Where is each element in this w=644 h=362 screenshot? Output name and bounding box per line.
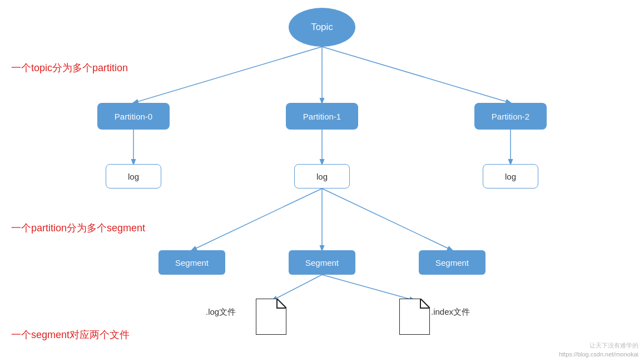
segment-0-node: Segment [158,250,225,275]
segment-2-node: Segment [419,250,486,275]
log-0-node: log [106,164,161,189]
svg-line-2 [322,47,511,103]
annotation-3: 一个segment对应两个文件 [11,328,130,341]
svg-line-8 [322,189,452,250]
log-2-node: log [483,164,538,189]
index-file-icon [399,299,430,335]
log-file-icon [256,299,286,335]
partition-2-label: Partition-2 [492,112,529,121]
segment-1-node: Segment [289,250,355,275]
annotation-1: 一个topic分为多个partition [11,61,128,75]
log-file-label: .log文件 [206,307,236,318]
diagram-container: Topic Partition-0 Partition-1 Partition-… [0,0,644,362]
svg-line-0 [133,47,322,103]
watermark-line2: https://blog.csdn.net/monokai [559,351,638,358]
segment-2-label: Segment [435,258,469,267]
log-2-label: log [505,172,516,181]
log-0-label: log [128,172,139,181]
partition-1-node: Partition-1 [286,103,358,130]
watermark-line1: 让天下没有难学的 [589,341,638,350]
segment-1-label: Segment [305,258,339,267]
annotation-2: 一个partition分为多个segment [11,221,145,235]
topic-node: Topic [289,8,355,47]
svg-line-9 [273,275,322,300]
partition-0-label: Partition-0 [115,112,152,121]
svg-line-10 [322,275,414,300]
svg-line-6 [192,189,322,250]
partition-1-label: Partition-1 [303,112,341,121]
partition-2-node: Partition-2 [474,103,547,130]
segment-0-label: Segment [175,258,209,267]
svg-marker-11 [256,299,286,335]
partition-0-node: Partition-0 [97,103,170,130]
svg-marker-12 [399,299,430,335]
log-1-label: log [316,172,328,181]
topic-label: Topic [311,22,333,33]
log-1-node: log [294,164,350,189]
index-file-label: .index文件 [431,307,470,318]
